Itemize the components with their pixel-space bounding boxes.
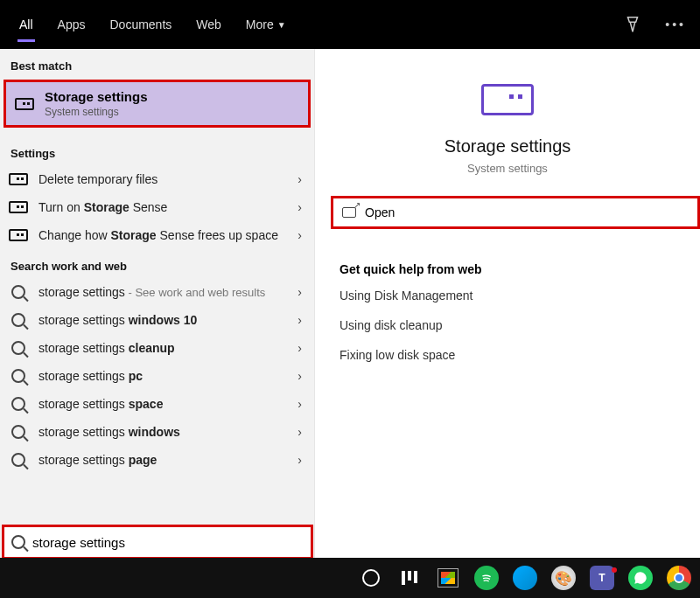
tab-web[interactable]: Web	[184, 0, 234, 49]
web-result[interactable]: storage settings space ›	[0, 390, 314, 418]
teams-icon[interactable]: T	[590, 566, 614, 590]
search-filter-tabs: All Apps Documents Web More▼ •••	[0, 0, 700, 49]
search-icon	[11, 369, 25, 383]
quick-help-header: Get quick help from web	[340, 262, 676, 276]
web-result[interactable]: storage settings - See work and web resu…	[0, 278, 314, 306]
chevron-right-icon: ›	[298, 285, 305, 299]
storage-icon	[481, 84, 534, 115]
cortana-icon[interactable]	[359, 566, 383, 590]
preview-subtitle: System settings	[467, 162, 548, 175]
chevron-right-icon: ›	[298, 453, 305, 467]
chrome-icon[interactable]	[667, 566, 691, 590]
preview-panel: Storage settings System settings Open Ge…	[315, 49, 700, 558]
open-icon	[342, 207, 356, 218]
web-result[interactable]: storage settings page ›	[0, 446, 314, 474]
tab-documents[interactable]: Documents	[97, 0, 184, 49]
search-input[interactable]	[32, 535, 304, 550]
best-match-title: Storage settings	[45, 89, 148, 104]
chevron-down-icon: ▼	[277, 20, 286, 30]
more-options-button[interactable]: •••	[658, 17, 693, 31]
web-result[interactable]: storage settings pc ›	[0, 362, 314, 390]
chevron-right-icon: ›	[298, 425, 305, 439]
search-icon	[11, 535, 25, 549]
storage-icon	[9, 173, 28, 185]
microsoft-store-icon[interactable]	[436, 566, 460, 590]
preview-title: Storage settings	[444, 136, 571, 156]
chevron-right-icon: ›	[298, 228, 305, 242]
settings-item-delete-temp[interactable]: Delete temporary files ›	[0, 165, 314, 193]
search-icon	[11, 313, 25, 327]
paint-icon[interactable]: 🎨	[551, 566, 576, 590]
storage-icon	[9, 229, 28, 241]
chevron-right-icon: ›	[298, 341, 305, 355]
search-icon	[11, 425, 25, 439]
search-web-label: Search work and web	[0, 249, 314, 278]
storage-icon	[9, 201, 28, 213]
search-icon	[11, 285, 25, 299]
search-icon	[11, 341, 25, 355]
best-match-subtitle: System settings	[45, 106, 148, 118]
chevron-right-icon: ›	[298, 369, 305, 383]
spotify-icon[interactable]	[474, 566, 499, 590]
web-result[interactable]: storage settings cleanup ›	[0, 334, 314, 362]
task-view-icon[interactable]	[397, 566, 422, 590]
tab-all[interactable]: All	[7, 0, 46, 49]
tab-more[interactable]: More▼	[234, 0, 298, 49]
chevron-right-icon: ›	[298, 313, 305, 327]
best-match-result[interactable]: Storage settings System settings	[4, 80, 311, 128]
rewards-icon[interactable]	[623, 15, 642, 34]
taskbar: 🎨 T	[0, 558, 700, 598]
web-result[interactable]: storage settings windows ›	[0, 418, 314, 446]
storage-icon	[15, 98, 34, 110]
help-link[interactable]: Fixing low disk space	[340, 348, 676, 362]
settings-item-storage-sense[interactable]: Turn on Storage Sense ›	[0, 193, 314, 221]
results-panel: Best match Storage settings System setti…	[0, 49, 315, 558]
settings-label: Settings	[0, 136, 314, 165]
settings-item-storage-sense-config[interactable]: Change how Storage Sense frees up space …	[0, 221, 314, 249]
whatsapp-icon[interactable]	[628, 566, 653, 590]
help-link[interactable]: Using Disk Management	[340, 289, 676, 302]
search-box[interactable]	[2, 525, 313, 560]
edge-icon[interactable]	[513, 566, 537, 590]
search-icon	[11, 453, 25, 467]
chevron-right-icon: ›	[298, 200, 305, 214]
web-result[interactable]: storage settings windows 10 ›	[0, 306, 314, 334]
help-link[interactable]: Using disk cleanup	[340, 318, 676, 332]
open-button[interactable]: Open	[331, 196, 700, 229]
chevron-right-icon: ›	[298, 172, 305, 186]
search-icon	[11, 397, 25, 411]
tab-apps[interactable]: Apps	[46, 0, 98, 49]
chevron-right-icon: ›	[298, 397, 305, 411]
best-match-label: Best match	[0, 49, 314, 78]
